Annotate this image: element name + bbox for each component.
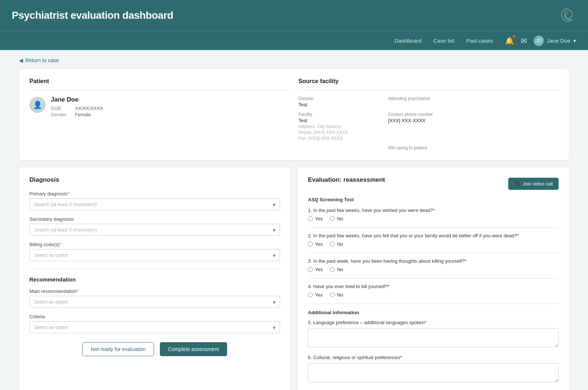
billing-code-wrapper: Select an option <box>29 249 280 261</box>
notification-badge <box>513 35 516 38</box>
source-facility: Facility Test Address, City Oplanto Phon… <box>298 112 379 141</box>
user-menu[interactable]: JD Jane Doe ▾ <box>534 36 576 46</box>
q3-no-option[interactable]: No <box>330 267 343 272</box>
source-division: Division Test <box>298 96 379 107</box>
question-3-block: 3. In the past week, have you been havin… <box>308 258 559 272</box>
complete-assessment-button[interactable]: Complete assessment <box>160 342 227 356</box>
question-6-text: 6. Cultural, religious or spiritual pref… <box>308 355 559 360</box>
gender-label: Gender <box>51 112 71 117</box>
diagnosis-panel: Diagnosis Primary diagnosis* Search (at … <box>19 167 290 390</box>
criteria-wrapper: Select an option <box>29 321 280 333</box>
criteria-label: Criteria <box>29 314 280 319</box>
secondary-diagnosis-group: Secondary diagnosis Search (at least 3 c… <box>29 216 280 236</box>
criteria-select[interactable]: Select an option <box>29 321 280 333</box>
diagnosis-title: Diagnosis <box>29 176 280 184</box>
q2-no-radio[interactable] <box>330 242 335 247</box>
not-ready-button[interactable]: Not ready for evaluation <box>82 342 154 356</box>
nav-link-pastcases[interactable]: Past cases <box>466 38 493 44</box>
patient-details: Jane Doe DOB XX/XX/XXXX Gender Female <box>51 96 103 118</box>
question-2-text: 2. In the past few weeks, have you felt … <box>308 233 559 238</box>
q1-yes-radio[interactable] <box>308 216 313 221</box>
division-value: Test <box>298 102 379 107</box>
question-6-block: 6. Cultural, religious or spiritual pref… <box>308 355 559 384</box>
question-5-input[interactable] <box>308 328 559 347</box>
page-content: ◀ Return to case Patient 👤 Jane Doe DOB … <box>0 50 588 390</box>
top-header: Psychiatrist evaluation dashboard <box>0 0 588 31</box>
facility-label: Facility <box>298 112 379 117</box>
gender-value: Female <box>75 112 91 117</box>
evaluation-title: Evaluation: reassessment <box>308 176 385 184</box>
mail-icon[interactable]: ✉ <box>521 36 527 45</box>
source-rn: RN caring fo patient <box>388 145 469 151</box>
q3-no-radio[interactable] <box>330 267 335 272</box>
billing-code-group: Billing code(s)* Select an option <box>29 242 280 261</box>
main-recommendation-label: Main recommendation* <box>29 288 280 294</box>
patient-info: 👤 Jane Doe DOB XX/XX/XXXX Gender Female <box>29 96 290 118</box>
question-4-block: 4. Have you ever tried to kill yourself?… <box>308 284 559 298</box>
q1-no-radio[interactable] <box>330 216 335 221</box>
contact-label: Contact phone number <box>388 112 469 117</box>
question-3-text: 3. In the past week, have you been havin… <box>308 258 559 264</box>
nav-bar: Dashboard Case list Past cases 🔔 ✉ JD Ja… <box>0 31 588 50</box>
q4-no-label: No <box>337 292 343 298</box>
secondary-diagnosis-wrapper: Search (at least 3 characters) <box>29 224 280 236</box>
q4-yes-radio[interactable] <box>308 292 313 297</box>
q2-yes-option[interactable]: Yes <box>308 241 323 247</box>
criteria-group: Criteria Select an option <box>29 314 280 333</box>
question-3-radio-group: Yes No <box>308 267 559 272</box>
bottom-grid: Diagnosis Primary diagnosis* Search (at … <box>19 167 569 390</box>
facility-fax: Fax: [XXX] XXX-XXXX <box>298 136 379 141</box>
video-icon: 🎥 <box>514 181 520 187</box>
q3-yes-label: Yes <box>315 267 323 272</box>
question-2-radio-group: Yes No <box>308 241 559 247</box>
q1-no-option[interactable]: No <box>330 216 343 221</box>
source-grid: Division Test Attending psychiatrist Fac… <box>298 96 559 151</box>
evaluation-panel: Evaluation: reassessment 🎥 Join video ca… <box>298 167 569 390</box>
q4-no-option[interactable]: No <box>330 292 343 298</box>
q1-yes-option[interactable]: Yes <box>308 216 323 221</box>
primary-diagnosis-select[interactable]: Search (at least 3 characters) <box>29 198 280 210</box>
nav-right: 🔔 ✉ JD Jane Doe ▾ <box>505 36 576 46</box>
patient-section-title: Patient <box>29 78 290 85</box>
main-recommendation-select[interactable]: Select an option <box>29 296 280 308</box>
patient-name: Jane Doe <box>51 96 103 103</box>
additional-info-title: Additional information <box>308 310 559 315</box>
logo <box>560 7 576 24</box>
source-contact: Contact phone number [XXX] XXX-XXXX <box>388 112 469 141</box>
notification-icon[interactable]: 🔔 <box>505 36 514 45</box>
q2-yes-radio[interactable] <box>308 242 313 247</box>
question-1-block: 1. In the past few weeks, have you wishe… <box>308 208 559 221</box>
nav-link-caselist[interactable]: Case list <box>433 38 455 44</box>
q3-yes-option[interactable]: Yes <box>308 267 323 272</box>
patient-source-grid: Patient 👤 Jane Doe DOB XX/XX/XXXX Gender… <box>29 78 559 151</box>
q4-yes-option[interactable]: Yes <box>308 292 323 298</box>
source-attending: Attending psychiatrist <box>388 96 469 107</box>
contact-value: [XXX] XXX-XXXX <box>388 118 469 123</box>
page-title: Psychiatrist evaluation dashboard <box>12 10 173 21</box>
chevron-down-icon: ▾ <box>573 38 576 44</box>
question-5-block: 5. Language preference – additional lang… <box>308 320 559 349</box>
question-2-block: 2. In the past few weeks, have you felt … <box>308 233 559 247</box>
q3-yes-radio[interactable] <box>308 267 313 272</box>
back-link[interactable]: ◀ Return to case <box>19 57 569 63</box>
join-video-call-button[interactable]: 🎥 Join video call <box>508 178 559 190</box>
source-facility-section: Source facility Division Test Attending … <box>298 78 559 151</box>
secondary-diagnosis-select[interactable]: Search (at least 3 characters) <box>29 224 280 236</box>
billing-code-select[interactable]: Select an option <box>29 249 280 261</box>
facility-value: Test <box>298 118 379 123</box>
q2-no-option[interactable]: No <box>330 241 343 247</box>
patient-avatar-icon: 👤 <box>29 97 46 113</box>
facility-address: Address, City Oplanto <box>298 124 379 129</box>
q3-no-label: No <box>337 267 343 272</box>
question-6-input[interactable] <box>308 363 559 382</box>
q1-no-label: No <box>337 216 343 221</box>
recommendation-title: Recommendation <box>29 276 280 283</box>
q4-no-radio[interactable] <box>330 292 335 297</box>
patient-section: Patient 👤 Jane Doe DOB XX/XX/XXXX Gender… <box>29 78 290 151</box>
action-buttons-row: Not ready for evaluation Complete assess… <box>29 342 280 356</box>
main-recommendation-wrapper: Select an option <box>29 296 280 308</box>
question-1-text: 1. In the past few weeks, have you wishe… <box>308 208 559 213</box>
q2-yes-label: Yes <box>315 241 323 247</box>
nav-link-dashboard[interactable]: Dashboard <box>394 38 421 44</box>
eval-header: Evaluation: reassessment 🎥 Join video ca… <box>308 176 559 191</box>
